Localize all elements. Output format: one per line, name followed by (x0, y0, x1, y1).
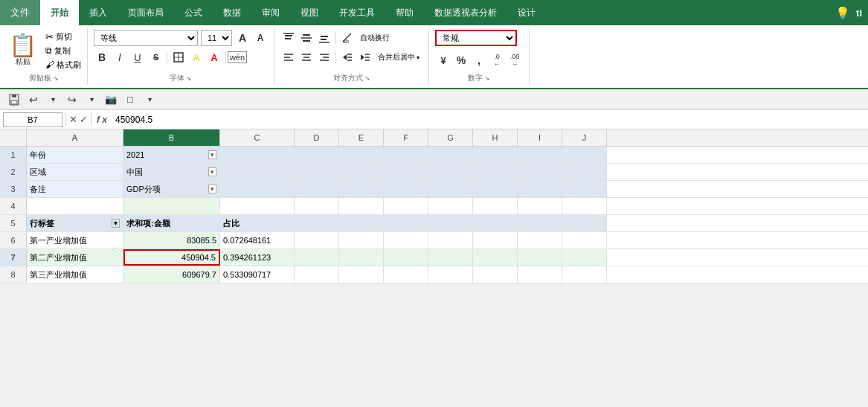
screenshot-button[interactable]: 📷 (103, 92, 119, 108)
cell-i1[interactable] (518, 147, 562, 163)
cell-c5[interactable]: 占比 (220, 215, 295, 231)
tab-file[interactable]: 文件 (0, 0, 40, 25)
cell-h4[interactable] (473, 198, 518, 214)
wrap-text-button[interactable]: 自动换行 (357, 31, 393, 45)
cell-c1[interactable] (220, 147, 295, 163)
cell-g8[interactable] (428, 266, 473, 283)
fill-color-button[interactable]: A (188, 49, 205, 65)
font-size-select[interactable]: 11 (201, 30, 232, 46)
cell-a8[interactable]: 第三产业增加值 (27, 266, 123, 283)
italic-button[interactable]: I (112, 49, 128, 65)
tab-formulas[interactable]: 公式 (174, 0, 213, 25)
increase-decimal-button[interactable]: .0 ← (489, 52, 505, 68)
tab-pivot-analysis[interactable]: 数据透视表分析 (424, 0, 507, 25)
cell-i6[interactable] (518, 232, 562, 249)
row-num-5[interactable]: 5 (0, 215, 27, 231)
cell-c3[interactable] (220, 181, 295, 197)
cell-j3[interactable] (562, 181, 607, 197)
alignment-expand-icon[interactable]: ↘ (364, 74, 370, 82)
cell-e4[interactable] (339, 198, 384, 214)
row-num-6[interactable]: 6 (0, 232, 27, 249)
paste-button[interactable]: 📋 粘贴 (4, 33, 41, 68)
col-header-d[interactable]: D (295, 129, 339, 146)
cell-d5[interactable] (295, 215, 339, 231)
save-button[interactable] (6, 92, 22, 108)
cell-f3[interactable] (384, 181, 428, 197)
number-format-select[interactable]: 常规 (435, 30, 517, 46)
cell-f6[interactable] (384, 232, 428, 249)
increase-indent-button[interactable] (357, 49, 373, 65)
cell-a1[interactable]: 年份 (27, 147, 123, 163)
decrease-indent-button[interactable] (339, 49, 356, 65)
cell-h5[interactable] (473, 215, 518, 231)
cut-button[interactable]: ✂ 剪切 (44, 31, 83, 43)
align-bottom-button[interactable] (316, 30, 332, 46)
cell-j1[interactable] (562, 147, 607, 163)
redo-button[interactable]: ↪ (64, 92, 80, 108)
formula-cancel-icon[interactable]: ✕ (69, 114, 77, 125)
tab-help[interactable]: 帮助 (385, 0, 424, 25)
cell-j5[interactable] (562, 215, 607, 231)
cell-c8[interactable]: 0.533090717 (220, 266, 295, 283)
cell-i4[interactable] (518, 198, 562, 214)
col-header-a[interactable]: A (27, 129, 123, 146)
cell-i2[interactable] (518, 164, 562, 180)
col-header-i[interactable]: I (518, 129, 562, 146)
cell-f5[interactable] (384, 215, 428, 231)
align-left-button[interactable] (280, 49, 297, 65)
dropdown-icon-b1[interactable]: ▾ (208, 150, 216, 159)
formula-confirm-icon[interactable]: ✓ (80, 114, 88, 125)
merge-center-button[interactable]: 合并后居中 ▾ (375, 51, 422, 64)
cell-i8[interactable] (518, 266, 562, 283)
cell-d6[interactable] (295, 232, 339, 249)
cell-h7[interactable] (473, 249, 518, 266)
tab-home[interactable]: 开始 (40, 0, 79, 25)
cell-g2[interactable] (428, 164, 473, 180)
row-num-1[interactable]: 1 (0, 147, 27, 163)
undo-button[interactable]: ↩ (25, 92, 42, 108)
cell-e8[interactable] (339, 266, 384, 283)
cell-g6[interactable] (428, 232, 473, 249)
tab-view[interactable]: 视图 (290, 0, 329, 25)
wen-button[interactable]: wén (229, 49, 245, 65)
col-header-j[interactable]: J (562, 129, 607, 146)
tab-insert[interactable]: 插入 (79, 0, 118, 25)
cell-e3[interactable] (339, 181, 384, 197)
row-num-8[interactable]: 8 (0, 266, 27, 283)
dropdown-icon-b2[interactable]: ▾ (208, 167, 216, 176)
col-header-e[interactable]: E (339, 129, 384, 146)
cell-c7[interactable]: 0.394261123 (220, 249, 295, 266)
align-center-button[interactable] (298, 49, 315, 65)
tab-developer[interactable]: 开发工具 (329, 0, 385, 25)
cell-reference-input[interactable] (3, 112, 62, 127)
underline-button[interactable]: U (129, 49, 146, 65)
new-document-button[interactable]: □ (122, 92, 138, 108)
cell-d7[interactable] (295, 249, 339, 266)
cell-b3[interactable]: GDP分项 ▾ (123, 181, 220, 197)
cell-h2[interactable] (473, 164, 518, 180)
cell-d8[interactable] (295, 266, 339, 283)
tab-review[interactable]: 审阅 (251, 0, 290, 25)
cell-c2[interactable] (220, 164, 295, 180)
cell-g5[interactable] (428, 215, 473, 231)
cell-f1[interactable] (384, 147, 428, 163)
redo-dropdown[interactable]: ▾ (83, 92, 100, 108)
cell-h1[interactable] (473, 147, 518, 163)
cell-d2[interactable] (295, 164, 339, 180)
cell-a3[interactable]: 备注 (27, 181, 123, 197)
cell-e1[interactable] (339, 147, 384, 163)
format-painter-button[interactable]: 🖌 格式刷 (44, 59, 83, 71)
cell-g4[interactable] (428, 198, 473, 214)
col-header-h[interactable]: H (473, 129, 518, 146)
col-header-c[interactable]: C (220, 129, 295, 146)
cell-g1[interactable] (428, 147, 473, 163)
angle-text-button[interactable]: ab (339, 30, 356, 46)
cell-b7-selected[interactable]: 450904.5 (123, 249, 220, 266)
border-button[interactable] (170, 49, 187, 65)
strikethrough-button[interactable]: S̶ (147, 49, 164, 65)
tab-data[interactable]: 数据 (213, 0, 251, 25)
copy-button[interactable]: ⧉ 复制 (44, 45, 83, 57)
currency-button[interactable]: ¥ (435, 52, 451, 68)
cell-f7[interactable] (384, 249, 428, 266)
cell-i3[interactable] (518, 181, 562, 197)
